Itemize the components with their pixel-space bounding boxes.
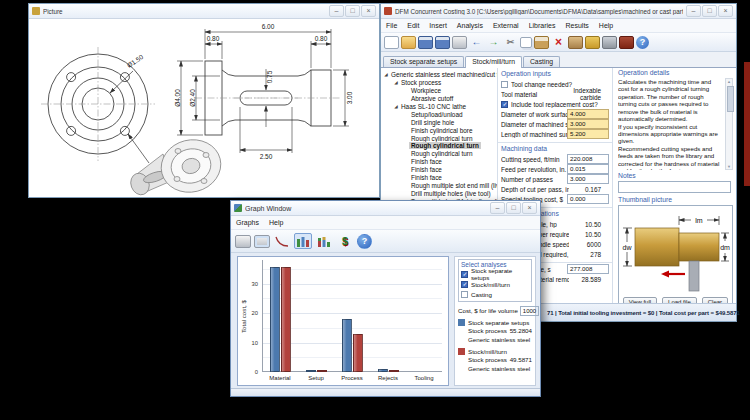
delete-icon[interactable]: × xyxy=(551,36,566,49)
tree-item[interactable]: Rough cylindrical turn xyxy=(381,134,497,142)
checkbox[interactable] xyxy=(461,271,468,278)
tree-item[interactable]: Drill single hole xyxy=(381,118,497,126)
life-volume-input[interactable]: 1000 xyxy=(520,306,539,316)
help-icon[interactable]: ? xyxy=(357,234,372,249)
machines-icon[interactable] xyxy=(602,36,617,49)
parameter-input[interactable]: 0.015 xyxy=(567,164,609,174)
minimize-button[interactable]: – xyxy=(686,5,701,17)
tab-stock-mill-turn[interactable]: Stock/mill/turn xyxy=(465,56,522,68)
dollar-icon[interactable]: $ xyxy=(336,233,354,249)
cad-drawing-area: Ø1.50 Ø0.20 xyxy=(29,19,379,197)
checkbox[interactable] xyxy=(461,281,468,288)
tree-item[interactable]: Workpiece xyxy=(381,87,497,95)
exit-icon[interactable] xyxy=(619,36,634,49)
parameter-input[interactable]: 220.008 xyxy=(567,154,609,164)
close-button[interactable]: × xyxy=(522,202,537,214)
maximize-button[interactable]: □ xyxy=(506,202,521,214)
graph-content: 0102030MaterialSetupProcessRejectsToolin… xyxy=(231,253,540,388)
menu-help[interactable]: Help xyxy=(264,218,288,227)
isometric-view xyxy=(128,134,227,197)
tree-item[interactable]: Drill multiple holes (live tool) xyxy=(381,189,497,197)
tree-item[interactable]: Rough multiple slot end mill (live tool) xyxy=(381,181,497,189)
legend-material: Generic stainless steel xyxy=(468,365,530,372)
menu-graphs[interactable]: Graphs xyxy=(231,218,264,227)
tree-item[interactable]: ◢Haas SL-10 CNC lathe xyxy=(381,103,497,111)
parameter-value: 10.50 xyxy=(569,231,609,238)
redo-icon[interactable]: → xyxy=(486,36,501,49)
tree-item[interactable]: Rough cylindrical turn xyxy=(381,150,497,158)
parameter-input[interactable]: 3.000 xyxy=(567,119,609,129)
parameter-input[interactable]: 4.000 xyxy=(567,109,609,119)
checkbox[interactable] xyxy=(501,81,508,88)
parameter-input[interactable]: 5.200 xyxy=(567,129,609,139)
analysis-tabs: Stock separate setupsStock/mill/turnCast… xyxy=(381,52,736,68)
close-button[interactable]: × xyxy=(718,5,733,17)
tree-item[interactable]: Finish face xyxy=(381,166,497,174)
maximize-button[interactable]: □ xyxy=(702,5,717,17)
parameter-input[interactable]: 0.000 xyxy=(567,194,609,204)
analysis-option: Stock separate setups xyxy=(461,269,529,279)
graph-titlebar: Graph Window – □ × xyxy=(231,201,540,216)
load-file-button[interactable]: Load file xyxy=(662,297,697,303)
tree-item-label: Rough cylindrical turn xyxy=(409,135,474,142)
menu-external[interactable]: External xyxy=(488,21,524,30)
tab-stock-separate-setups[interactable]: Stock separate setups xyxy=(383,56,464,67)
chart-bar xyxy=(378,369,388,372)
new-icon[interactable] xyxy=(384,36,399,49)
tree-item[interactable]: Abrasive cutoff xyxy=(381,95,497,103)
menu-edit[interactable]: Edit xyxy=(402,21,424,30)
clear-button[interactable]: Clear xyxy=(702,297,728,303)
save-icon[interactable] xyxy=(418,36,433,49)
dfm-app-icon xyxy=(384,7,392,15)
menu-help[interactable]: Help xyxy=(594,21,618,30)
parameter-row: Feed per revolution, in.0.015 xyxy=(501,164,609,174)
label-dm: dm xyxy=(720,244,730,251)
details-scrollbar[interactable] xyxy=(725,78,733,170)
tab-casting[interactable]: Casting xyxy=(523,56,560,67)
parameter-input[interactable]: 3.000 xyxy=(567,174,609,184)
chart-bar xyxy=(353,334,363,372)
minimize-button[interactable]: – xyxy=(329,5,344,17)
notes-input[interactable] xyxy=(618,181,731,193)
tree-item[interactable]: ◢Stock process xyxy=(381,79,497,87)
tree-item-label: Abrasive cutoff xyxy=(409,95,455,102)
menu-libraries[interactable]: Libraries xyxy=(524,21,561,30)
menu-analysis[interactable]: Analysis xyxy=(452,21,488,30)
stacked-bar-graph-icon[interactable] xyxy=(315,233,333,249)
paste-icon[interactable] xyxy=(534,36,549,49)
undo-icon[interactable]: ← xyxy=(469,36,484,49)
minimize-button[interactable]: – xyxy=(490,202,505,214)
tree-item-label: Haas SL-10 CNC lathe xyxy=(399,103,468,110)
dim-right-height: 3.00 xyxy=(346,91,353,104)
close-button[interactable]: × xyxy=(361,5,376,17)
library-icon[interactable] xyxy=(568,36,583,49)
menu-file[interactable]: File xyxy=(381,21,402,30)
checkbox[interactable] xyxy=(501,101,508,108)
checkbox[interactable] xyxy=(461,291,468,298)
tree-item[interactable]: ◢Generic stainless steel machined/cut fr… xyxy=(381,71,497,79)
save-as-icon[interactable] xyxy=(435,36,450,49)
tree-item[interactable]: Finish cylindrical bore xyxy=(381,126,497,134)
open-icon[interactable] xyxy=(401,36,416,49)
print-icon[interactable] xyxy=(235,235,251,248)
bar-graph-icon[interactable] xyxy=(294,233,312,249)
tree-item[interactable]: Finish face xyxy=(381,174,497,182)
tree-item[interactable]: Setup/load/unload xyxy=(381,110,497,118)
view-full-button[interactable]: View full xyxy=(623,297,657,303)
cut-icon[interactable]: ✂ xyxy=(503,36,518,49)
maximize-button[interactable]: □ xyxy=(345,5,360,17)
copy-icon[interactable] xyxy=(520,37,532,48)
tree-item[interactable]: Rough cylindrical turn xyxy=(381,142,497,150)
parameter-label: Include tool replacement cost? xyxy=(511,101,609,108)
cost-curve-icon[interactable] xyxy=(273,233,291,249)
menu-results[interactable]: Results xyxy=(560,21,593,30)
print-preview-icon[interactable] xyxy=(254,235,270,248)
dim-slot-length: 2.50 xyxy=(260,153,273,160)
parameter-input[interactable]: 277.008 xyxy=(567,264,609,274)
tree-item[interactable]: Finish face xyxy=(381,158,497,166)
print-icon[interactable] xyxy=(452,36,467,49)
background-window-edge xyxy=(744,62,750,186)
menu-insert[interactable]: Insert xyxy=(424,21,452,30)
help-icon[interactable]: ? xyxy=(636,36,649,49)
materials-icon[interactable] xyxy=(585,36,600,49)
